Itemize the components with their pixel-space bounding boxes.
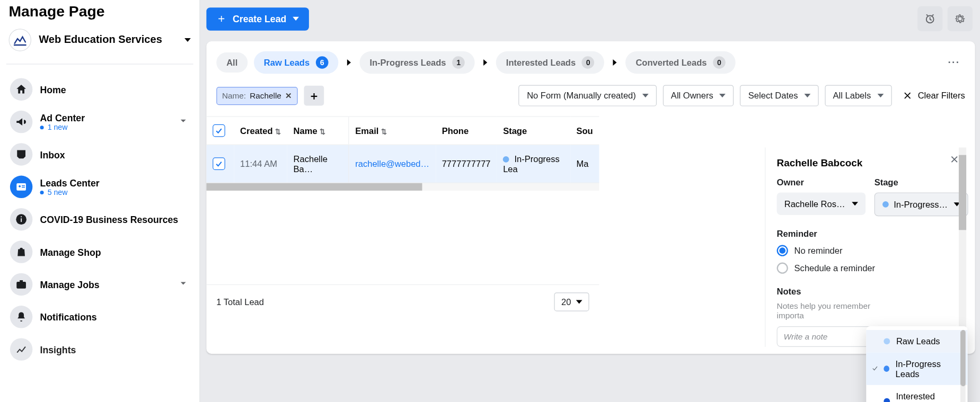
clear-filters-button[interactable]: Clear Filters: [902, 90, 965, 101]
caret-down-icon: [642, 94, 649, 97]
clear-filters-label: Clear Filters: [918, 91, 965, 101]
svg-rect-9: [20, 280, 23, 282]
page-selector[interactable]: Web Education Services: [6, 25, 193, 59]
col-stage[interactable]: Stage: [497, 117, 570, 145]
svg-rect-8: [16, 282, 26, 289]
caret-down-icon: [877, 94, 884, 97]
stage-label: Stage: [875, 177, 968, 187]
svg-point-2: [19, 185, 21, 187]
col-phone[interactable]: Phone: [436, 117, 497, 145]
sidebar-item-insights[interactable]: Insights: [6, 333, 193, 365]
stage-dot-icon: [503, 156, 509, 163]
filter-tag-name[interactable]: Name: Rachelle ✕: [216, 86, 297, 104]
stage-option-raw[interactable]: Raw Leads: [866, 330, 967, 352]
stage-dropdown-menu: Raw Leads In-Progress Leads Interested L…: [866, 326, 967, 402]
alarm-icon: [924, 13, 937, 25]
cell-stage: In-Progress Lea: [497, 145, 570, 183]
filter-tag-value: Rachelle: [250, 91, 281, 101]
reminders-button[interactable]: [917, 6, 942, 31]
svg-rect-4: [22, 187, 25, 187]
total-leads-label: 1 Total Lead: [216, 297, 264, 307]
filter-form-dropdown[interactable]: No Form (Manually created): [519, 85, 657, 106]
stage-dot-icon: [882, 201, 889, 208]
stage-dropdown[interactable]: In-Progress Lea: [875, 192, 968, 216]
caret-down-icon: [852, 202, 858, 206]
col-source[interactable]: Sou: [570, 117, 599, 145]
tabs-more-button[interactable]: ···: [948, 57, 965, 68]
reminder-option-schedule[interactable]: Schedule a reminder: [777, 263, 877, 274]
tab-label: Converted Leads: [635, 58, 707, 68]
row-checkbox[interactable]: [213, 157, 225, 170]
lead-details-panel: Rachelle Babcock Owner Rachelle Rostis ……: [765, 147, 966, 346]
filter-labels-dropdown[interactable]: All Labels: [825, 85, 891, 106]
col-created[interactable]: Created⇅: [234, 117, 287, 145]
owner-dropdown[interactable]: Rachelle Rostis …: [777, 192, 866, 215]
sidebar-item-manage-jobs[interactable]: Manage Jobs: [6, 268, 193, 300]
caret-down-icon: [720, 94, 726, 97]
owner-value: Rachelle Rostis …: [784, 199, 847, 209]
stage-menu-scrollbar[interactable]: [960, 330, 965, 402]
radio-label: Schedule a reminder: [794, 263, 875, 273]
details-vertical-scrollbar[interactable]: [959, 147, 966, 346]
sidebar-item-notifications[interactable]: Notifications: [6, 301, 193, 333]
tab-interested-leads[interactable]: Interested Leads 0: [496, 51, 604, 74]
sidebar-item-covid[interactable]: COVID-19 Business Resources: [6, 203, 193, 235]
table-row[interactable]: 11:44 AM Rachelle Ba… rachelle@webed… 77…: [206, 145, 599, 183]
reminder-option-none[interactable]: No reminder: [777, 245, 877, 256]
stage-option-inprogress[interactable]: In-Progress Leads: [866, 353, 967, 385]
table-footer: 1 Total Lead 20: [206, 284, 599, 319]
add-filter-button[interactable]: ＋: [304, 86, 324, 106]
leads-table: Created⇅ Name⇅ Email⇅ Phone Stage Sou 11…: [206, 116, 599, 190]
filter-owners-dropdown[interactable]: All Owners: [663, 85, 734, 106]
inbox-icon: [10, 143, 32, 165]
notes-hint: Notes help you remember importa: [777, 301, 884, 320]
cell-email[interactable]: rachelle@webed…: [349, 145, 436, 183]
stage-value: In-Progress Lea: [894, 199, 949, 209]
tab-label: In-Progress Leads: [369, 58, 446, 68]
cell-source: Ma: [570, 145, 599, 183]
x-icon: [902, 90, 913, 101]
table-horizontal-scrollbar[interactable]: [206, 183, 599, 191]
filter-tag-remove[interactable]: ✕: [285, 91, 292, 101]
svg-rect-6: [21, 218, 22, 222]
arrow-right-icon: [613, 59, 617, 66]
reminder-label: Reminder: [777, 229, 877, 239]
id-card-icon: [10, 176, 32, 198]
main-content: Create Lead All Raw Leads 6: [200, 0, 980, 402]
select-all-checkbox[interactable]: [213, 124, 225, 137]
tab-all[interactable]: All: [216, 52, 248, 73]
bag-icon: [10, 240, 32, 263]
sidebar-item-leads-center[interactable]: Leads Center 5 new: [6, 171, 193, 203]
dropdown-label: All Labels: [833, 91, 871, 101]
sidebar-item-inbox[interactable]: Inbox: [6, 138, 193, 171]
tab-label: Raw Leads: [264, 58, 310, 68]
sidebar-item-label: Notifications: [40, 311, 190, 322]
plus-icon: [216, 14, 226, 24]
sidebar-item-home[interactable]: Home: [6, 73, 193, 105]
sidebar-item-ad-center[interactable]: Ad Center 1 new: [6, 105, 193, 138]
tab-count: 1: [452, 56, 465, 69]
insights-icon: [10, 338, 32, 360]
divider: [6, 64, 193, 64]
sidebar-item-manage-shop[interactable]: Manage Shop: [6, 236, 193, 268]
arrow-right-icon: [483, 59, 487, 66]
owner-label: Owner: [777, 177, 866, 187]
stage-dot-icon: [884, 338, 890, 344]
stage-option-interested[interactable]: Interested Leads: [866, 385, 967, 402]
tab-converted-leads[interactable]: Converted Leads 0: [626, 51, 736, 74]
caret-down-icon: [576, 300, 582, 303]
sidebar-item-sub: 5 new: [40, 188, 190, 197]
chevron-down-icon: [177, 114, 190, 129]
filters-row: Name: Rachelle ✕ ＋ No Form (Manually cre…: [206, 74, 975, 106]
col-name[interactable]: Name⇅: [287, 117, 349, 145]
filter-dates-dropdown[interactable]: Select Dates: [740, 85, 818, 106]
tab-inprogress-leads[interactable]: In-Progress Leads 1: [360, 51, 475, 74]
tab-raw-leads[interactable]: Raw Leads 6: [254, 51, 338, 74]
dropdown-label: All Owners: [671, 91, 713, 101]
dropdown-label: Select Dates: [748, 91, 798, 101]
settings-button[interactable]: [948, 6, 973, 31]
page-size-dropdown[interactable]: 20: [554, 292, 589, 311]
create-lead-button[interactable]: Create Lead: [206, 7, 308, 31]
sidebar-nav: Home Ad Center 1 new Inbox: [6, 69, 193, 365]
col-email[interactable]: Email⇅: [349, 117, 436, 145]
